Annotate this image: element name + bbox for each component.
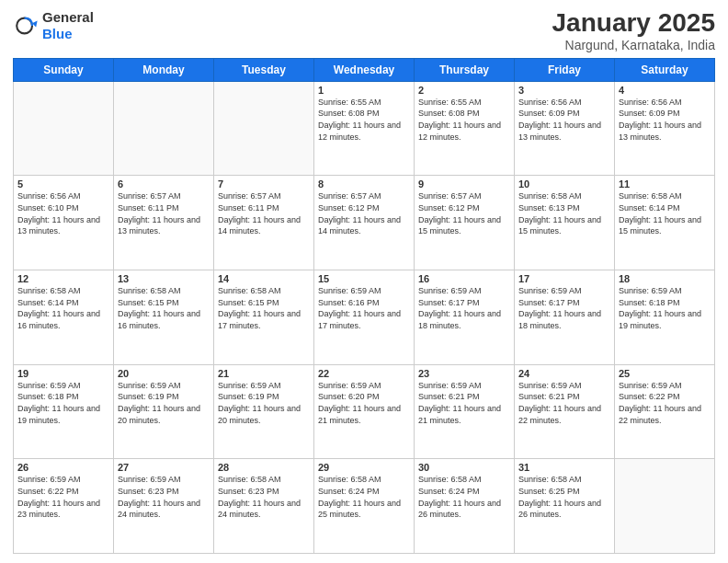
day-number: 14 [218, 273, 310, 284]
day-number: 22 [318, 368, 410, 379]
week-row-5: 26Sunrise: 6:59 AM Sunset: 6:22 PM Dayli… [14, 459, 715, 554]
calendar-cell: 3Sunrise: 6:56 AM Sunset: 6:09 PM Daylig… [515, 81, 615, 176]
day-info: Sunrise: 6:58 AM Sunset: 6:24 PM Dayligh… [418, 474, 510, 520]
day-number: 3 [518, 85, 610, 96]
calendar-cell: 2Sunrise: 6:55 AM Sunset: 6:08 PM Daylig… [415, 81, 515, 176]
day-number: 10 [518, 178, 610, 190]
calendar-cell: 18Sunrise: 6:59 AM Sunset: 6:18 PM Dayli… [615, 270, 715, 365]
calendar-cell: 21Sunrise: 6:59 AM Sunset: 6:19 PM Dayli… [214, 364, 314, 459]
calendar-cell: 24Sunrise: 6:59 AM Sunset: 6:21 PM Dayli… [515, 364, 615, 459]
day-number: 1 [318, 85, 410, 96]
week-row-3: 12Sunrise: 6:58 AM Sunset: 6:14 PM Dayli… [14, 270, 715, 365]
page: General Blue January 2025 Nargund, Karna… [0, 0, 728, 563]
day-number: 4 [619, 85, 711, 96]
calendar-cell: 9Sunrise: 6:57 AM Sunset: 6:12 PM Daylig… [415, 176, 515, 270]
day-info: Sunrise: 6:59 AM Sunset: 6:20 PM Dayligh… [318, 380, 410, 426]
calendar-cell: 8Sunrise: 6:57 AM Sunset: 6:12 PM Daylig… [314, 176, 415, 270]
day-info: Sunrise: 6:59 AM Sunset: 6:23 PM Dayligh… [118, 474, 210, 520]
calendar-cell: 22Sunrise: 6:59 AM Sunset: 6:20 PM Dayli… [314, 364, 415, 459]
day-info: Sunrise: 6:58 AM Sunset: 6:15 PM Dayligh… [118, 285, 210, 331]
day-number: 6 [118, 178, 210, 190]
page-subtitle: Nargund, Karnataka, India [552, 38, 715, 52]
day-info: Sunrise: 6:57 AM Sunset: 6:12 PM Dayligh… [418, 190, 510, 236]
day-info: Sunrise: 6:59 AM Sunset: 6:22 PM Dayligh… [619, 380, 711, 426]
day-number: 19 [17, 368, 109, 379]
day-number: 13 [118, 273, 210, 284]
calendar-cell: 31Sunrise: 6:58 AM Sunset: 6:25 PM Dayli… [515, 459, 615, 554]
calendar-cell [214, 81, 314, 176]
day-info: Sunrise: 6:55 AM Sunset: 6:08 PM Dayligh… [318, 97, 410, 143]
day-info: Sunrise: 6:58 AM Sunset: 6:15 PM Dayligh… [218, 285, 310, 331]
day-info: Sunrise: 6:58 AM Sunset: 6:13 PM Dayligh… [518, 190, 610, 236]
calendar-cell [615, 459, 715, 554]
day-info: Sunrise: 6:59 AM Sunset: 6:17 PM Dayligh… [518, 285, 610, 331]
day-info: Sunrise: 6:58 AM Sunset: 6:25 PM Dayligh… [518, 474, 610, 520]
logo-icon [13, 13, 39, 39]
calendar-cell: 1Sunrise: 6:55 AM Sunset: 6:08 PM Daylig… [314, 81, 415, 176]
day-info: Sunrise: 6:57 AM Sunset: 6:11 PM Dayligh… [118, 190, 210, 236]
day-info: Sunrise: 6:58 AM Sunset: 6:14 PM Dayligh… [17, 285, 109, 331]
day-info: Sunrise: 6:57 AM Sunset: 6:11 PM Dayligh… [218, 190, 310, 236]
day-info: Sunrise: 6:58 AM Sunset: 6:23 PM Dayligh… [218, 474, 310, 520]
calendar-cell: 19Sunrise: 6:59 AM Sunset: 6:18 PM Dayli… [14, 364, 114, 459]
header: General Blue January 2025 Nargund, Karna… [13, 9, 715, 52]
day-info: Sunrise: 6:59 AM Sunset: 6:18 PM Dayligh… [619, 285, 711, 331]
day-info: Sunrise: 6:59 AM Sunset: 6:21 PM Dayligh… [418, 380, 510, 426]
day-number: 17 [518, 273, 610, 284]
day-info: Sunrise: 6:55 AM Sunset: 6:08 PM Dayligh… [418, 97, 510, 143]
day-number: 12 [17, 273, 109, 284]
day-number: 15 [318, 273, 410, 284]
day-number: 18 [619, 273, 711, 284]
week-row-1: 1Sunrise: 6:55 AM Sunset: 6:08 PM Daylig… [14, 81, 715, 176]
calendar-cell [114, 81, 214, 176]
day-number: 24 [518, 368, 610, 379]
day-number: 11 [619, 178, 711, 190]
calendar-cell: 28Sunrise: 6:58 AM Sunset: 6:23 PM Dayli… [214, 459, 314, 554]
calendar-cell: 25Sunrise: 6:59 AM Sunset: 6:22 PM Dayli… [615, 364, 715, 459]
calendar-cell: 26Sunrise: 6:59 AM Sunset: 6:22 PM Dayli… [14, 459, 114, 554]
day-info: Sunrise: 6:59 AM Sunset: 6:17 PM Dayligh… [418, 285, 510, 331]
calendar-header-sunday: Sunday [14, 58, 114, 81]
calendar-cell: 4Sunrise: 6:56 AM Sunset: 6:09 PM Daylig… [615, 81, 715, 176]
calendar-cell: 15Sunrise: 6:59 AM Sunset: 6:16 PM Dayli… [314, 270, 415, 365]
week-row-4: 19Sunrise: 6:59 AM Sunset: 6:18 PM Dayli… [14, 364, 715, 459]
calendar-cell: 23Sunrise: 6:59 AM Sunset: 6:21 PM Dayli… [415, 364, 515, 459]
calendar-cell: 16Sunrise: 6:59 AM Sunset: 6:17 PM Dayli… [415, 270, 515, 365]
day-number: 21 [218, 368, 310, 379]
calendar-cell: 30Sunrise: 6:58 AM Sunset: 6:24 PM Dayli… [415, 459, 515, 554]
day-number: 8 [318, 178, 410, 190]
calendar-header-monday: Monday [114, 58, 214, 81]
title-block: January 2025 Nargund, Karnataka, India [552, 9, 715, 52]
calendar-cell: 29Sunrise: 6:58 AM Sunset: 6:24 PM Dayli… [314, 459, 415, 554]
day-info: Sunrise: 6:59 AM Sunset: 6:18 PM Dayligh… [17, 380, 109, 426]
day-number: 9 [418, 178, 510, 190]
calendar-header-friday: Friday [515, 58, 615, 81]
day-info: Sunrise: 6:59 AM Sunset: 6:19 PM Dayligh… [118, 380, 210, 426]
week-row-2: 5Sunrise: 6:56 AM Sunset: 6:10 PM Daylig… [14, 176, 715, 270]
logo: General Blue [13, 9, 94, 42]
day-number: 2 [418, 85, 510, 96]
day-number: 28 [218, 462, 310, 473]
day-number: 5 [17, 178, 109, 190]
day-number: 27 [118, 462, 210, 473]
calendar-header-saturday: Saturday [615, 58, 715, 81]
day-info: Sunrise: 6:57 AM Sunset: 6:12 PM Dayligh… [318, 190, 410, 236]
day-info: Sunrise: 6:59 AM Sunset: 6:21 PM Dayligh… [518, 380, 610, 426]
calendar-cell: 27Sunrise: 6:59 AM Sunset: 6:23 PM Dayli… [114, 459, 214, 554]
day-info: Sunrise: 6:59 AM Sunset: 6:19 PM Dayligh… [218, 380, 310, 426]
day-number: 29 [318, 462, 410, 473]
calendar-header-wednesday: Wednesday [314, 58, 415, 81]
calendar-header-tuesday: Tuesday [214, 58, 314, 81]
calendar-cell: 6Sunrise: 6:57 AM Sunset: 6:11 PM Daylig… [114, 176, 214, 270]
calendar-header-thursday: Thursday [415, 58, 515, 81]
day-number: 26 [17, 462, 109, 473]
day-info: Sunrise: 6:59 AM Sunset: 6:22 PM Dayligh… [17, 474, 109, 520]
calendar-cell: 11Sunrise: 6:58 AM Sunset: 6:14 PM Dayli… [615, 176, 715, 270]
day-number: 30 [418, 462, 510, 473]
day-info: Sunrise: 6:56 AM Sunset: 6:10 PM Dayligh… [17, 190, 109, 236]
logo-text: General Blue [42, 9, 94, 42]
day-info: Sunrise: 6:58 AM Sunset: 6:14 PM Dayligh… [619, 190, 711, 236]
calendar-cell: 17Sunrise: 6:59 AM Sunset: 6:17 PM Dayli… [515, 270, 615, 365]
calendar-cell: 7Sunrise: 6:57 AM Sunset: 6:11 PM Daylig… [214, 176, 314, 270]
day-number: 20 [118, 368, 210, 379]
